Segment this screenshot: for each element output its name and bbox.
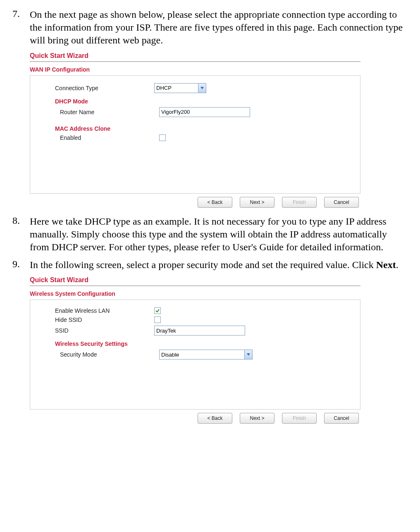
connection-type-label: Connection Type	[55, 85, 154, 91]
finish-button: Finish	[282, 413, 317, 424]
panel2-title: Quick Start Wizard	[30, 276, 360, 284]
svg-marker-1	[247, 353, 250, 356]
panel1-divider	[30, 61, 360, 62]
step-7-text: On the next page as shown below, please …	[30, 8, 408, 47]
panel2-buttons: < Back Next > Finish Cancel	[30, 413, 360, 424]
mac-enabled-checkbox[interactable]	[159, 134, 166, 141]
panel1-buttons: < Back Next > Finish Cancel	[30, 197, 360, 208]
back-button[interactable]: < Back	[198, 413, 232, 424]
svg-marker-0	[200, 87, 204, 89]
chevron-down-icon	[198, 84, 206, 93]
panel-wireless: Quick Start Wizard Wireless System Confi…	[30, 276, 360, 424]
panel1-section: WAN IP Configuration	[30, 66, 360, 73]
finish-button: Finish	[282, 197, 317, 208]
step-7-number: 7.	[12, 8, 30, 47]
router-name-row: Router Name	[55, 107, 352, 117]
chevron-down-icon	[244, 350, 252, 359]
enable-wlan-label: Enable Wireless LAN	[55, 307, 154, 314]
panel1-title: Quick Start Wizard	[30, 52, 360, 60]
security-mode-row: Security Mode Disable	[55, 350, 352, 359]
step-9-text-post: .	[396, 259, 399, 270]
ssid-input[interactable]	[154, 326, 245, 335]
security-title: Wireless Security Settings	[55, 340, 352, 347]
connection-type-value: DHCP	[156, 85, 172, 91]
panel2-form: Enable Wireless LAN Hide SSID SSID Wirel…	[30, 300, 360, 410]
ssid-label: SSID	[55, 327, 154, 334]
hide-ssid-label: Hide SSID	[55, 316, 154, 323]
step-8-number: 8.	[12, 215, 30, 254]
hide-ssid-checkbox[interactable]	[154, 316, 161, 323]
mac-enabled-label: Enabled	[55, 134, 159, 141]
dhcp-mode-title: DHCP Mode	[55, 98, 352, 105]
security-mode-label: Security Mode	[55, 351, 159, 358]
enable-wlan-checkbox[interactable]	[154, 307, 161, 314]
panel2-section: Wireless System Configuration	[30, 290, 360, 297]
panel2-divider	[30, 285, 360, 286]
connection-type-select[interactable]: DHCP	[154, 83, 206, 93]
security-mode-select[interactable]: Disable	[159, 350, 253, 359]
mac-clone-title: MAC Address Clone	[55, 125, 352, 132]
step-9-text: In the following screen, select a proper…	[30, 259, 408, 271]
mac-enabled-row: Enabled	[55, 134, 352, 141]
back-button[interactable]: < Back	[198, 197, 232, 208]
step-9-text-pre: In the following screen, select a proper…	[30, 259, 376, 270]
hide-ssid-row: Hide SSID	[55, 316, 352, 323]
router-name-label: Router Name	[55, 109, 159, 115]
next-button[interactable]: Next >	[240, 197, 274, 208]
step-8: 8. Here we take DHCP type as an example.…	[12, 215, 408, 254]
step-9-number: 9.	[12, 259, 30, 271]
cancel-button[interactable]: Cancel	[324, 197, 359, 208]
connection-type-row: Connection Type DHCP	[55, 83, 352, 93]
step-8-text: Here we take DHCP type as an example. It…	[30, 215, 408, 254]
step-7: 7. On the next page as shown below, plea…	[12, 8, 408, 47]
ssid-row: SSID	[55, 326, 352, 335]
security-mode-value: Disable	[161, 352, 179, 358]
next-button[interactable]: Next >	[240, 413, 274, 424]
enable-wlan-row: Enable Wireless LAN	[55, 307, 352, 314]
step-9-text-bold: Next	[376, 259, 396, 270]
panel1-form: Connection Type DHCP DHCP Mode Router Na…	[30, 75, 360, 194]
step-9: 9. In the following screen, select a pro…	[12, 259, 408, 271]
router-name-input[interactable]	[159, 107, 250, 117]
cancel-button[interactable]: Cancel	[324, 413, 359, 424]
panel-wan-ip: Quick Start Wizard WAN IP Configuration …	[30, 52, 360, 208]
